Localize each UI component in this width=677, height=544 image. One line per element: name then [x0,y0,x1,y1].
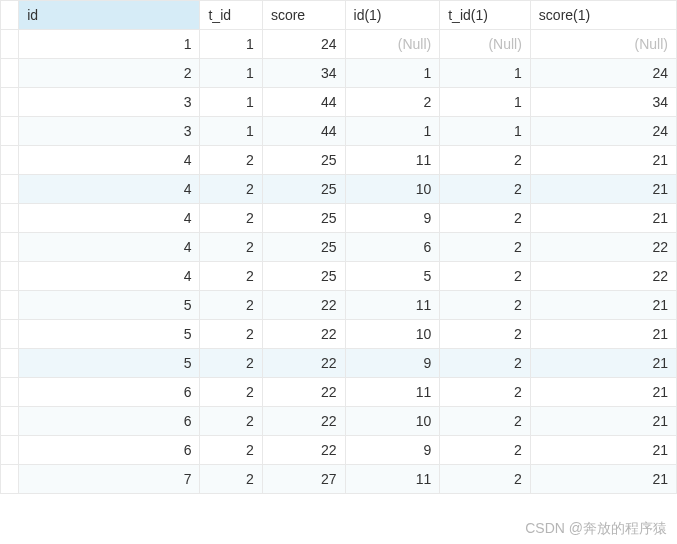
cell-t_id[interactable]: 2 [200,146,262,175]
row-number-cell[interactable] [1,204,19,233]
cell-score1[interactable]: 34 [530,88,676,117]
cell-score1[interactable]: 24 [530,117,676,146]
cell-id1[interactable]: (Null) [345,30,440,59]
cell-id[interactable]: 3 [19,88,200,117]
cell-id[interactable]: 6 [19,378,200,407]
cell-t_id1[interactable]: 2 [440,320,531,349]
cell-id[interactable]: 4 [19,233,200,262]
table-row[interactable]: 522211221 [1,291,677,320]
cell-score1[interactable]: 22 [530,233,676,262]
cell-t_id[interactable]: 2 [200,407,262,436]
row-number-cell[interactable] [1,465,19,494]
cell-id1[interactable]: 10 [345,175,440,204]
cell-id[interactable]: 5 [19,291,200,320]
cell-t_id[interactable]: 2 [200,233,262,262]
row-number-cell[interactable] [1,88,19,117]
cell-score[interactable]: 25 [262,233,345,262]
cell-id1[interactable]: 5 [345,262,440,291]
cell-score1[interactable]: 21 [530,291,676,320]
row-number-cell[interactable] [1,175,19,204]
cell-t_id1[interactable]: 2 [440,175,531,204]
cell-id1[interactable]: 1 [345,117,440,146]
table-row[interactable]: 522210221 [1,320,677,349]
cell-score[interactable]: 44 [262,88,345,117]
cell-score[interactable]: 24 [262,30,345,59]
cell-t_id[interactable]: 2 [200,349,262,378]
row-number-cell[interactable] [1,349,19,378]
row-number-cell[interactable] [1,436,19,465]
cell-id1[interactable]: 6 [345,233,440,262]
cell-t_id1[interactable]: 2 [440,262,531,291]
cell-t_id[interactable]: 1 [200,88,262,117]
cell-t_id1[interactable]: 1 [440,88,531,117]
cell-score1[interactable]: (Null) [530,30,676,59]
cell-score[interactable]: 25 [262,204,345,233]
table-row[interactable]: 722711221 [1,465,677,494]
cell-t_id[interactable]: 2 [200,436,262,465]
column-header-score1[interactable]: score(1) [530,1,676,30]
table-row[interactable]: 422510221 [1,175,677,204]
cell-t_id[interactable]: 2 [200,291,262,320]
row-number-cell[interactable] [1,407,19,436]
cell-t_id1[interactable]: 2 [440,233,531,262]
cell-id1[interactable]: 11 [345,146,440,175]
table-row[interactable]: 42259221 [1,204,677,233]
cell-id1[interactable]: 11 [345,291,440,320]
cell-t_id1[interactable]: 1 [440,59,531,88]
row-number-cell[interactable] [1,146,19,175]
data-grid[interactable]: id t_id score id(1) t_id(1) score(1) 112… [0,0,677,494]
cell-t_id1[interactable]: (Null) [440,30,531,59]
cell-score[interactable]: 22 [262,436,345,465]
column-header-score[interactable]: score [262,1,345,30]
row-number-header[interactable] [1,1,19,30]
table-row[interactable]: 42256222 [1,233,677,262]
table-row[interactable]: 622210221 [1,407,677,436]
cell-score[interactable]: 25 [262,175,345,204]
cell-t_id[interactable]: 1 [200,30,262,59]
cell-score1[interactable]: 21 [530,204,676,233]
cell-score1[interactable]: 22 [530,262,676,291]
cell-score[interactable]: 22 [262,349,345,378]
cell-score1[interactable]: 21 [530,378,676,407]
row-number-cell[interactable] [1,30,19,59]
cell-score[interactable]: 25 [262,262,345,291]
cell-t_id[interactable]: 2 [200,465,262,494]
table-row[interactable]: 31441124 [1,117,677,146]
column-header-tid1[interactable]: t_id(1) [440,1,531,30]
row-number-cell[interactable] [1,262,19,291]
cell-t_id1[interactable]: 2 [440,204,531,233]
table-row[interactable]: 21341124 [1,59,677,88]
cell-id[interactable]: 4 [19,146,200,175]
row-number-cell[interactable] [1,320,19,349]
cell-score[interactable]: 22 [262,407,345,436]
cell-id1[interactable]: 9 [345,204,440,233]
cell-id1[interactable]: 1 [345,59,440,88]
cell-id[interactable]: 4 [19,262,200,291]
cell-t_id[interactable]: 1 [200,59,262,88]
cell-t_id1[interactable]: 2 [440,349,531,378]
column-header-id[interactable]: id [19,1,200,30]
cell-t_id[interactable]: 2 [200,320,262,349]
row-number-cell[interactable] [1,233,19,262]
column-header-id1[interactable]: id(1) [345,1,440,30]
cell-id[interactable]: 5 [19,320,200,349]
cell-score1[interactable]: 21 [530,407,676,436]
cell-id[interactable]: 4 [19,204,200,233]
cell-t_id1[interactable]: 2 [440,291,531,320]
cell-id1[interactable]: 2 [345,88,440,117]
cell-score1[interactable]: 24 [530,59,676,88]
cell-id[interactable]: 7 [19,465,200,494]
row-number-cell[interactable] [1,378,19,407]
cell-id1[interactable]: 11 [345,465,440,494]
cell-id1[interactable]: 9 [345,436,440,465]
cell-t_id[interactable]: 1 [200,117,262,146]
cell-id1[interactable]: 11 [345,378,440,407]
cell-t_id1[interactable]: 1 [440,117,531,146]
cell-score1[interactable]: 21 [530,436,676,465]
cell-score[interactable]: 44 [262,117,345,146]
cell-t_id[interactable]: 2 [200,378,262,407]
cell-id[interactable]: 6 [19,407,200,436]
cell-t_id1[interactable]: 2 [440,378,531,407]
cell-t_id1[interactable]: 2 [440,146,531,175]
cell-t_id[interactable]: 2 [200,262,262,291]
